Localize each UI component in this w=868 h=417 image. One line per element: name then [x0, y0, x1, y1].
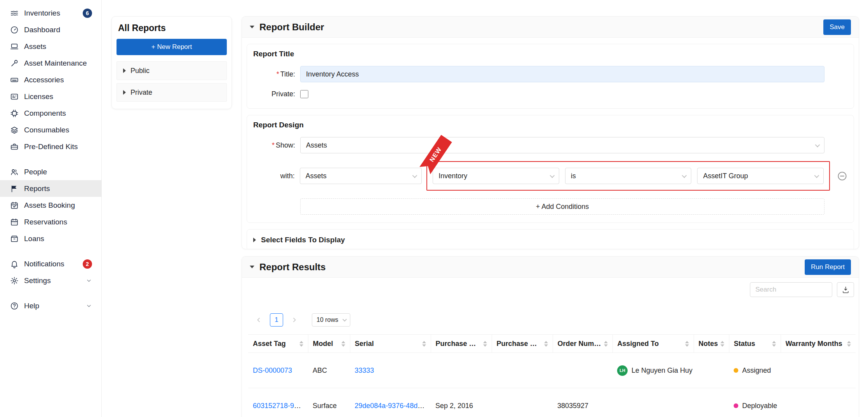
- new-report-button[interactable]: + New Report: [117, 39, 227, 55]
- column-header-purchase-cost[interactable]: Purchase Cost: [492, 335, 553, 353]
- sidebar-item-accessories[interactable]: Accessories: [0, 71, 101, 88]
- condition-value-select[interactable]: AssetIT Group: [697, 168, 824, 184]
- column-header-label: Purchase Date: [436, 340, 481, 348]
- column-header-label: Purchase Cost: [497, 340, 542, 348]
- show-select[interactable]: Assets: [300, 137, 825, 153]
- sidebar-item-dashboard[interactable]: Dashboard: [0, 21, 101, 38]
- sidebar-item-people[interactable]: People: [0, 163, 101, 180]
- sidebar-item-pre-defined-kits[interactable]: Pre-Defined Kits: [0, 138, 101, 155]
- report-builder-card: Report Builder Save Report Title *Title:…: [242, 16, 859, 249]
- status-dot: [734, 368, 738, 373]
- caret-right-icon: [253, 238, 256, 242]
- column-header-warranty-months[interactable]: Warranty Months: [781, 335, 856, 353]
- sidebar-item-notifications[interactable]: Notifications2: [0, 255, 101, 272]
- rows-per-page-select[interactable]: 10 rows: [312, 313, 350, 327]
- report-group-private[interactable]: Private: [117, 83, 227, 102]
- column-header-serial[interactable]: Serial: [350, 335, 431, 353]
- sidebar-item-loans[interactable]: Loans: [0, 230, 101, 247]
- run-report-button[interactable]: Run Report: [805, 259, 851, 275]
- sidebar-item-reservations[interactable]: Reservations: [0, 214, 101, 230]
- rows-per-page-value: 10 rows: [317, 316, 338, 323]
- sidebar-item-assets-booking[interactable]: Assets Booking: [0, 197, 101, 214]
- panel-title: All Reports: [112, 17, 231, 39]
- cell-order-number: [553, 353, 612, 388]
- status-badge: Assigned: [742, 367, 771, 375]
- condition-field-select[interactable]: Inventory: [433, 168, 559, 184]
- licenses-icon: [10, 92, 19, 101]
- sort-icon[interactable]: [685, 341, 689, 347]
- cell-asset-tag: DS-0000073: [248, 353, 308, 388]
- title-input[interactable]: [300, 66, 825, 82]
- sidebar-item-label: Help: [24, 302, 80, 310]
- sidebar-nav: Inventories6DashboardAssetsAsset Mainten…: [0, 5, 101, 314]
- select-fields-section[interactable]: Select Fields To Display: [247, 229, 854, 249]
- sidebar-item-badge: 2: [83, 259, 92, 269]
- report-builder-header[interactable]: Report Builder Save: [242, 17, 859, 38]
- pagination-page-1[interactable]: 1: [270, 313, 283, 327]
- report-builder-title: Report Builder: [259, 22, 324, 33]
- add-conditions-button[interactable]: + Add Conditions: [300, 198, 825, 215]
- column-header-model[interactable]: Model: [308, 335, 350, 353]
- serial-link[interactable]: 33333: [355, 367, 374, 374]
- sidebar-item-help[interactable]: Help: [0, 297, 101, 314]
- report-title-section: Report Title *Title: Private:: [247, 44, 854, 109]
- column-header-order-number[interactable]: Order Number: [553, 335, 612, 353]
- asset-tag-link[interactable]: DS-0000073: [253, 367, 292, 374]
- assigned-to-name: Le Nguyen Gia Huy: [631, 367, 692, 375]
- cell-warranty-months: [781, 388, 856, 417]
- column-header-assigned-to[interactable]: Assigned To: [612, 335, 694, 353]
- notifications-icon: [10, 260, 19, 268]
- cell-status: Deployable: [729, 388, 781, 417]
- sidebar-item-components[interactable]: Components: [0, 105, 101, 122]
- condition-field-value: Inventory: [438, 172, 467, 180]
- search-input[interactable]: [750, 282, 832, 297]
- pagination-next-button[interactable]: [289, 313, 300, 327]
- report-design-section: Report Design *Show: Assets with: Assets…: [247, 115, 854, 223]
- sort-icon[interactable]: [604, 341, 608, 347]
- cell-model: Surface: [308, 388, 350, 417]
- select-fields-label: Select Fields To Display: [261, 236, 345, 244]
- report-group-label: Private: [130, 89, 152, 97]
- column-header-asset-tag[interactable]: Asset Tag: [248, 335, 308, 353]
- pagination: 1 10 rows: [242, 297, 859, 327]
- cell-assigned-to: [612, 388, 694, 417]
- serial-link[interactable]: 29de084a-9376-48dc-...: [355, 402, 429, 410]
- cell-purchase-cost: [492, 353, 553, 388]
- cell-value: 38035927: [557, 402, 588, 410]
- private-checkbox[interactable]: [300, 90, 308, 98]
- sort-icon[interactable]: [772, 341, 776, 347]
- save-button[interactable]: Save: [823, 19, 851, 35]
- sidebar-item-assets[interactable]: Assets: [0, 38, 101, 55]
- cell-asset-tag: 603152718-9123: [248, 388, 308, 417]
- sidebar-item-inventories[interactable]: Inventories6: [0, 5, 101, 21]
- asset-maintenance-icon: [10, 59, 19, 68]
- sidebar-item-asset-maintenance[interactable]: Asset Maintenance: [0, 55, 101, 71]
- sort-icon[interactable]: [422, 341, 426, 347]
- loans-icon: [10, 235, 19, 243]
- pagination-prev-button[interactable]: [253, 313, 264, 327]
- sidebar-item-settings[interactable]: Settings: [0, 272, 101, 289]
- column-header-status[interactable]: Status: [729, 335, 781, 353]
- people-icon: [10, 168, 19, 176]
- condition-operator-select[interactable]: is: [565, 168, 692, 184]
- asset-tag-link[interactable]: 603152718-9123: [253, 402, 306, 410]
- report-results-header[interactable]: Report Results Run Report: [242, 257, 859, 278]
- sidebar-item-licenses[interactable]: Licenses: [0, 88, 101, 105]
- sort-icon[interactable]: [483, 341, 487, 347]
- with-select[interactable]: Assets: [300, 168, 422, 184]
- cell-purchase-date: [431, 353, 492, 388]
- sort-icon[interactable]: [544, 341, 548, 347]
- sidebar-item-label: Asset Maintenance: [24, 59, 92, 68]
- sidebar-item-reports[interactable]: Reports: [0, 180, 101, 197]
- sort-icon[interactable]: [847, 341, 851, 347]
- download-button[interactable]: [837, 282, 854, 297]
- sort-icon[interactable]: [341, 341, 345, 347]
- column-header-purchase-date[interactable]: Purchase Date: [431, 335, 492, 353]
- remove-condition-button[interactable]: [837, 171, 847, 181]
- sort-icon[interactable]: [720, 341, 724, 347]
- report-group-public[interactable]: Public: [117, 61, 227, 80]
- reservations-icon: [10, 218, 19, 226]
- column-header-notes[interactable]: Notes: [694, 335, 729, 353]
- sidebar-item-consumables[interactable]: Consumables: [0, 122, 101, 138]
- sort-icon[interactable]: [299, 341, 303, 347]
